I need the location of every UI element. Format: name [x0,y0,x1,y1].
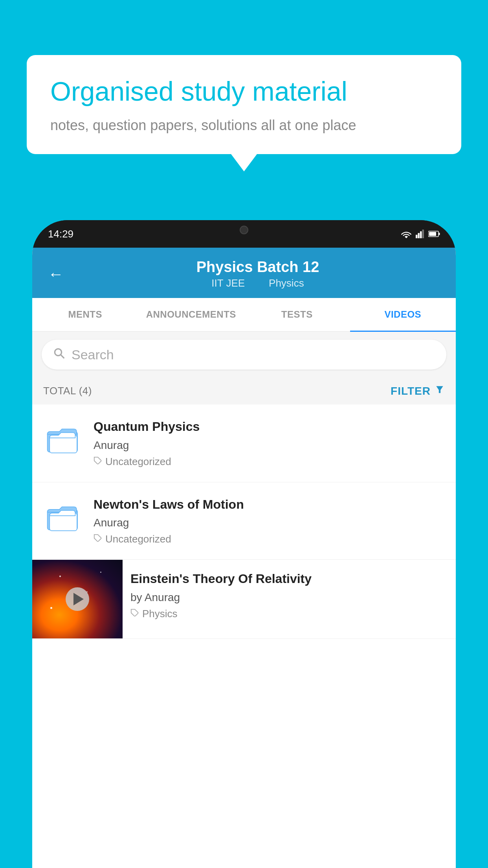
folder-icon [43,419,83,458]
video-tag: Physics [130,608,448,620]
video-author: by Anurag [130,591,448,604]
video-info: Einstein's Theory Of Relativity by Anura… [123,560,456,631]
tag-icon [94,533,102,545]
header-title-block: Physics Batch 12 IIT JEE Physics [75,259,440,289]
folder-icon [43,497,83,536]
tag-label: Physics [142,608,178,620]
signal-icon [416,230,424,238]
status-time: 14:29 [48,228,73,240]
tag-icon [130,608,139,620]
video-title: Newton's Laws of Motion [94,497,445,513]
svg-line-8 [61,355,64,359]
total-count: TOTAL (4) [43,385,92,397]
filter-icon [435,384,445,397]
search-icon [53,347,65,362]
svg-rect-0 [416,235,417,238]
svg-rect-6 [429,232,436,236]
video-title: Quantum Physics [94,419,445,435]
battery-icon [428,230,440,237]
speech-bubble-section: Organised study material notes, question… [27,55,461,154]
filter-label: FILTER [391,385,431,397]
bubble-subtitle: notes, question papers, solutions all at… [50,117,438,134]
speech-bubble: Organised study material notes, question… [27,55,461,154]
tab-announcements[interactable]: ANNOUNCEMENTS [138,298,244,331]
video-title: Einstein's Theory Of Relativity [130,571,448,587]
status-icons [401,230,440,238]
list-item[interactable]: Quantum Physics Anurag Uncategorized [32,405,456,482]
phone-notch [218,220,270,240]
status-bar: 14:29 [32,220,456,248]
svg-rect-1 [418,233,420,238]
tab-tests[interactable]: TESTS [244,298,350,331]
phone-frame: 14:29 [32,220,456,868]
video-author: Anurag [94,439,445,452]
phone-screen: ← Physics Batch 12 IIT JEE Physics MENTS… [32,248,456,868]
tag-icon [94,456,102,468]
svg-rect-2 [420,231,422,238]
search-container: Search [32,332,456,377]
search-bar[interactable]: Search [42,340,446,370]
wifi-icon [401,230,412,238]
video-info: Quantum Physics Anurag Uncategorized [94,419,445,468]
bubble-title: Organised study material [50,75,438,108]
video-author: Anurag [94,517,445,529]
camera [240,226,248,234]
breadcrumb-2: Physics [269,277,304,289]
tab-videos[interactable]: VIDEOS [350,298,456,331]
tabs-bar: MENTS ANNOUNCEMENTS TESTS VIDEOS [32,298,456,332]
svg-rect-5 [439,233,440,235]
video-tag: Uncategorized [94,456,445,468]
back-button[interactable]: ← [48,266,64,282]
tag-label: Uncategorized [105,456,171,468]
svg-rect-3 [422,230,424,238]
video-thumbnail [32,560,123,638]
tag-label: Uncategorized [105,533,171,545]
app-header: ← Physics Batch 12 IIT JEE Physics [32,248,456,298]
list-item[interactable]: Einstein's Theory Of Relativity by Anura… [32,560,456,639]
breadcrumb-1: IIT JEE [211,277,245,289]
play-button[interactable] [66,587,89,611]
tab-ments[interactable]: MENTS [32,298,138,331]
svg-point-7 [55,349,61,355]
filter-bar: TOTAL (4) FILTER [32,377,456,405]
search-placeholder: Search [72,347,114,362]
list-item[interactable]: Newton's Laws of Motion Anurag Uncategor… [32,482,456,560]
breadcrumb-separator [254,277,259,289]
header-breadcrumb: IIT JEE Physics [75,277,440,289]
video-list: Quantum Physics Anurag Uncategorized [32,405,456,639]
svg-marker-9 [436,386,443,393]
video-tag: Uncategorized [94,533,445,545]
video-info: Newton's Laws of Motion Anurag Uncategor… [94,497,445,546]
batch-title: Physics Batch 12 [75,259,440,276]
filter-button[interactable]: FILTER [391,384,445,397]
